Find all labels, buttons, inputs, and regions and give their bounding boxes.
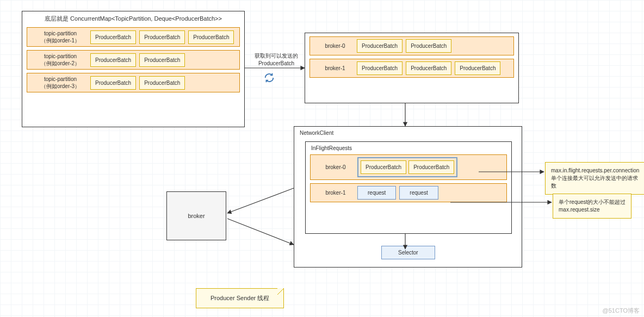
sync-icon bbox=[263, 72, 275, 84]
producer-batch: ProducerBatch bbox=[139, 30, 185, 44]
producer-batch: ProducerBatch bbox=[406, 39, 451, 53]
note-max-inflight: max.in.flight.requests.per.connection 单个… bbox=[545, 162, 644, 195]
svg-line-6 bbox=[227, 219, 294, 245]
accumulator-panel: 底层就是 ConcurrentMap<TopicPartition, Deque… bbox=[22, 11, 245, 127]
producer-batch: ProducerBatch bbox=[188, 30, 234, 44]
producer-batch: ProducerBatch bbox=[361, 160, 406, 174]
producer-batch: ProducerBatch bbox=[90, 76, 136, 90]
broker-batch-panel: broker-0 ProducerBatch ProducerBatch bro… bbox=[305, 33, 519, 103]
inflight-panel: InFlightRequests broker-0 ProducerBatch … bbox=[305, 141, 512, 234]
inflight-row-1: broker-1 request request bbox=[310, 183, 507, 202]
tp-label-2: topic-partition （例如order-3） bbox=[30, 76, 90, 90]
broker-label: broker-0 bbox=[314, 164, 357, 171]
producer-batch: ProducerBatch bbox=[90, 53, 136, 67]
inflight-request-group: ProducerBatch ProducerBatch bbox=[357, 157, 457, 177]
producer-batch: ProducerBatch bbox=[455, 61, 500, 75]
batch-row: ProducerBatch ProducerBatch bbox=[90, 53, 185, 67]
producer-batch: ProducerBatch bbox=[408, 160, 454, 174]
producer-batch: ProducerBatch bbox=[406, 61, 451, 75]
inflight-title: InFlightRequests bbox=[311, 145, 506, 151]
batch-row: ProducerBatch ProducerBatch ProducerBatc… bbox=[357, 61, 500, 75]
broker-node: broker bbox=[166, 191, 226, 240]
broker-label: broker-1 bbox=[314, 189, 357, 196]
broker-label: broker-0 bbox=[313, 42, 357, 49]
note-max-request-size: 单个request的大小不能超过 max.request.size bbox=[553, 194, 631, 219]
tp-row-0: topic-partition （例如order-1） ProducerBatc… bbox=[27, 27, 240, 47]
broker-row-1: broker-1 ProducerBatch ProducerBatch Pro… bbox=[309, 59, 514, 78]
tp-row-2: topic-partition （例如order-3） ProducerBatc… bbox=[27, 73, 240, 92]
watermark: @51CTO博客 bbox=[603, 307, 640, 315]
network-client-panel: NetworkClient InFlightRequests broker-0 … bbox=[294, 126, 522, 268]
producer-batch: ProducerBatch bbox=[139, 76, 185, 90]
request-cell: request bbox=[399, 186, 438, 200]
edge-label-fetch: 获取到可以发送的 ProducerBatch bbox=[249, 52, 304, 67]
tp-text: topic-partition bbox=[44, 53, 77, 59]
network-client-title: NetworkClient bbox=[300, 130, 516, 136]
tp-example: （例如order-3） bbox=[41, 83, 80, 89]
selector-box: Selector bbox=[381, 246, 435, 259]
broker-label: broker-1 bbox=[313, 65, 357, 72]
tp-label-0: topic-partition （例如order-1） bbox=[30, 30, 90, 44]
svg-line-5 bbox=[227, 188, 294, 213]
producer-batch: ProducerBatch bbox=[357, 39, 403, 53]
inflight-row-0: broker-0 ProducerBatch ProducerBatch bbox=[310, 154, 507, 180]
producer-batch: ProducerBatch bbox=[90, 30, 136, 44]
tp-text: topic-partition bbox=[44, 30, 77, 36]
broker-node-label: broker bbox=[188, 213, 205, 219]
tp-label-1: topic-partition （例如order-2） bbox=[30, 53, 90, 67]
tp-text: topic-partition bbox=[44, 76, 77, 82]
batch-row: ProducerBatch ProducerBatch bbox=[90, 76, 185, 90]
request-cell: request bbox=[357, 186, 396, 200]
request-row: request request bbox=[357, 186, 438, 200]
tp-example: （例如order-2） bbox=[41, 60, 80, 66]
tp-row-1: topic-partition （例如order-2） ProducerBatc… bbox=[27, 50, 240, 70]
producer-batch: ProducerBatch bbox=[357, 61, 403, 75]
tp-example: （例如order-1） bbox=[41, 38, 80, 43]
producer-batch: ProducerBatch bbox=[139, 53, 185, 67]
batch-row: ProducerBatch ProducerBatch bbox=[357, 39, 451, 53]
note-sender-thread: Producer Sender 线程 bbox=[196, 288, 284, 308]
broker-row-0: broker-0 ProducerBatch ProducerBatch bbox=[309, 36, 514, 55]
batch-row: ProducerBatch ProducerBatch ProducerBatc… bbox=[90, 30, 234, 44]
accumulator-title: 底层就是 ConcurrentMap<TopicPartition, Deque… bbox=[22, 15, 244, 23]
